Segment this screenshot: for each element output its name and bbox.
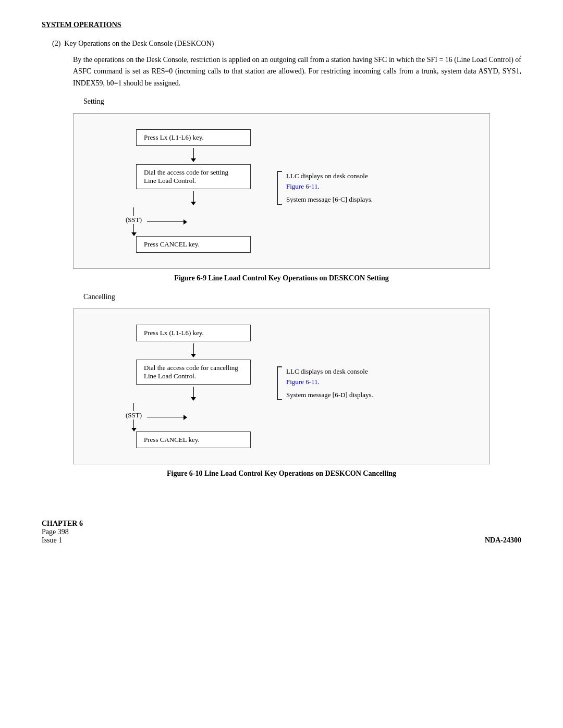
setting-flow: Press Lx (L1-L6) key. Dial the access co… xyxy=(126,129,261,253)
cancelling-flow: Press Lx (L1-L6) key. Dial the access co… xyxy=(126,325,261,448)
cancelling-box3: Press CANCEL key. xyxy=(136,431,251,448)
sst-label: (SST) xyxy=(126,216,142,224)
setting-box1: Press Lx (L1-L6) key. xyxy=(136,129,251,146)
body-text: By the operations on the Desk Console, r… xyxy=(73,54,521,89)
section-number: (2) Key Operations on the Desk Console (… xyxy=(52,40,521,48)
figure-6-11-link-cancelling[interactable]: Figure 6-11 xyxy=(286,378,318,386)
sst-section: (SST) xyxy=(126,207,261,236)
setting-diagram: Press Lx (L1-L6) key. Dial the access co… xyxy=(73,113,490,269)
figure-10-caption: Figure 6-10 Line Load Control Key Operat… xyxy=(73,470,490,478)
sst-label-c: (SST) xyxy=(126,411,142,419)
footer-left: CHAPTER 6 Page 398 Issue 1 xyxy=(42,520,83,545)
arrow2c xyxy=(191,387,196,401)
setting-box2: Dial the access code for setting Line Lo… xyxy=(136,164,251,189)
doc-number: NDA-24300 xyxy=(485,536,521,545)
page-label: Page 398 xyxy=(42,528,83,536)
setting-notes: LLC displays on desk console Figure 6-11… xyxy=(277,129,373,205)
sst-section-c: (SST) xyxy=(126,403,261,431)
arrow1c xyxy=(191,343,196,357)
arrow2 xyxy=(191,191,196,205)
cancelling-diagram: Press Lx (L1-L6) key. Dial the access co… xyxy=(73,309,490,464)
cancelling-notes: LLC displays on desk console Figure 6-11… xyxy=(277,325,373,400)
setting-box3: Press CANCEL key. xyxy=(136,236,251,253)
issue-label: Issue 1 xyxy=(42,536,83,545)
arrow1 xyxy=(191,148,196,162)
chapter-label: CHAPTER 6 xyxy=(42,520,83,528)
section-title: SYSTEM OPERATIONS xyxy=(42,21,521,29)
cancelling-box2: Dial the access code for cancelling Line… xyxy=(136,360,251,385)
setting-label: Setting xyxy=(83,97,521,106)
figure-6-11-link-setting[interactable]: Figure 6-11 xyxy=(286,182,318,190)
figure-9-caption: Figure 6-9 Line Load Control Key Operati… xyxy=(73,274,490,282)
cancelling-box1: Press Lx (L1-L6) key. xyxy=(136,325,251,341)
cancelling-label: Cancelling xyxy=(83,293,521,301)
